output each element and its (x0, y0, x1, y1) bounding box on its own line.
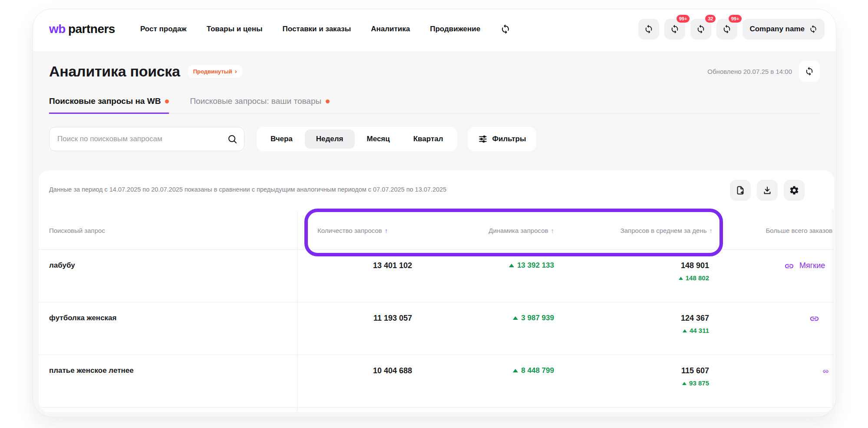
topbar-icon-button-3[interactable]: 32 (690, 19, 711, 40)
column-header-label: Больше всего заказов (766, 227, 832, 234)
queries-table: Поисковый запрос Количество запросов ↑ Д… (39, 211, 834, 412)
top-nav: wbpartners Рост продаж Товары и цены Пос… (33, 9, 836, 51)
notification-badge: 99+ (677, 15, 690, 23)
query-cell: футболка женская (39, 302, 297, 355)
sliders-icon (478, 134, 488, 144)
sort-arrow-up-icon: ↑ (551, 227, 554, 234)
filters-button[interactable]: Фильтры (468, 127, 537, 151)
orders-cell[interactable] (720, 355, 834, 407)
avg-delta-value: 93 875 (689, 379, 709, 387)
nav-items: Рост продаж Товары и цены Поставки и зак… (140, 24, 511, 34)
topbar-icon-button-2[interactable]: 99+ (664, 19, 685, 40)
nav-item-analytics[interactable]: Аналитика (371, 25, 410, 33)
updated-timestamp: Обновлено 20.07.25 в 14:00 (707, 68, 792, 75)
up-arrow-icon (682, 382, 686, 385)
tab-search-queries-wb[interactable]: Поисковые запросы на WB (49, 96, 169, 114)
updated-wrap: Обновлено 20.07.25 в 14:00 (707, 61, 820, 82)
page-content: Аналитика поиска Продвинутый › Обновлено… (33, 61, 836, 412)
period-month-button[interactable]: Месяц (356, 129, 401, 149)
orders-cell[interactable] (720, 302, 834, 355)
sync-icon (722, 24, 732, 34)
dynamics-value: 13 392 133 (517, 261, 554, 269)
count-cell: 13 401 102 (297, 250, 440, 302)
table-row[interactable]: футболка женская 11 193 057 3 987 939 12… (39, 302, 834, 355)
refresh-button[interactable] (799, 61, 820, 82)
page-title: Аналитика поиска (49, 63, 180, 80)
table-row[interactable]: платье женское летнее 10 404 688 8 448 7… (39, 355, 834, 407)
advanced-plan-badge[interactable]: Продвинутый › (188, 65, 242, 78)
tab-search-queries-your-goods[interactable]: Поисковые запросы: ваши товары (190, 96, 330, 114)
column-header-avg-per-day[interactable]: Запросов в среднем за день ↑ (579, 211, 720, 249)
notification-badge: 99+ (729, 15, 742, 23)
period-yesterday-button[interactable]: Вчера (259, 129, 304, 149)
search-input[interactable] (49, 127, 244, 151)
up-arrow-icon (513, 316, 518, 320)
dynamics-value: 8 448 799 (521, 366, 554, 375)
logo-wb: wb (49, 22, 66, 36)
avg-cell: 124 367 44 311 (579, 302, 720, 355)
link-icon (822, 366, 829, 376)
settings-button[interactable] (784, 180, 805, 201)
column-header-most-orders: Больше всего заказов (720, 211, 834, 249)
create-report-button[interactable] (730, 180, 751, 201)
search-icon[interactable] (227, 134, 238, 144)
period-week-button[interactable]: Неделя (305, 129, 355, 149)
link-icon (809, 314, 819, 324)
orders-cell[interactable]: Мягкие (720, 250, 834, 302)
notification-badge: 32 (705, 15, 716, 23)
avg-delta-value: 148 802 (686, 274, 709, 282)
title-row: Аналитика поиска Продвинутый › Обновлено… (49, 61, 820, 82)
controls-row: Вчера Неделя Месяц Квартал Фильтры (49, 127, 820, 151)
company-name-label: Company name (749, 25, 805, 33)
avg-cell: 148 901 148 802 (579, 250, 720, 302)
search-queries-table-card: Данные за период с 14.07.2025 по 20.07.2… (39, 170, 834, 412)
nav-item-goods-prices[interactable]: Товары и цены (207, 25, 263, 33)
sync-icon (670, 24, 680, 34)
nav-item-sales-growth[interactable]: Рост продаж (140, 25, 187, 33)
chevron-right-icon: › (235, 69, 237, 73)
sync-icon[interactable] (500, 24, 511, 34)
up-arrow-icon (683, 329, 687, 332)
up-arrow-icon (679, 277, 683, 280)
period-segmented-control: Вчера Неделя Месяц Квартал (257, 127, 457, 151)
table-row[interactable]: лабубу 13 401 102 13 392 133 148 901 148… (39, 249, 834, 302)
period-note: Данные за период с 14.07.2025 по 20.07.2… (49, 186, 446, 193)
topbar-icon-button-4[interactable]: 99+ (716, 19, 737, 40)
dynamics-cell: 3 987 939 (440, 302, 579, 355)
column-header-label: Количество запросов (317, 227, 382, 234)
sync-icon (805, 66, 814, 76)
column-header-label: Запросов в среднем за день (620, 227, 707, 234)
table-header-row: Поисковый запрос Количество запросов ↑ Д… (39, 211, 834, 249)
wb-partners-logo[interactable]: wbpartners (49, 22, 115, 36)
company-name-button[interactable]: Company name (743, 19, 825, 40)
avg-delta: 93 875 (579, 379, 709, 387)
download-button[interactable] (757, 180, 778, 201)
query-cell: лабубу (39, 250, 297, 302)
gear-icon (789, 185, 799, 196)
avg-delta: 148 802 (579, 274, 709, 282)
up-arrow-icon (513, 369, 518, 372)
nav-item-supplies-orders[interactable]: Поставки и заказы (283, 25, 351, 33)
topbar-icon-button-1[interactable] (638, 19, 659, 40)
column-header-query: Поисковый запрос (39, 211, 297, 249)
count-cell: 10 404 688 (297, 355, 440, 407)
period-quarter-button[interactable]: Квартал (402, 129, 455, 149)
search-box (49, 127, 244, 151)
tabs: Поисковые запросы на WB Поисковые запрос… (49, 96, 820, 114)
file-plus-icon (735, 185, 746, 196)
nav-item-promotion[interactable]: Продвижение (430, 25, 480, 33)
topbar-actions: 99+ 32 99+ Company name (638, 19, 825, 40)
column-header-label: Динамика запросов (488, 227, 548, 234)
app-window: wbpartners Рост продаж Товары и цены Пос… (33, 9, 836, 417)
advanced-plan-label: Продвинутый (193, 68, 232, 75)
sync-icon (696, 24, 706, 34)
tab-label: Поисковые запросы на WB (49, 96, 161, 106)
avg-value: 124 367 (579, 314, 709, 323)
sync-icon (644, 24, 653, 34)
avg-delta-value: 44 311 (690, 327, 709, 334)
orders-link[interactable]: Мягкие (799, 261, 825, 270)
column-header-query-dynamics[interactable]: Динамика запросов ↑ (440, 211, 579, 249)
dynamics-cell: 13 392 133 (440, 250, 579, 302)
column-header-query-count[interactable]: Количество запросов ↑ (297, 211, 440, 249)
orange-dot-icon (165, 100, 169, 103)
